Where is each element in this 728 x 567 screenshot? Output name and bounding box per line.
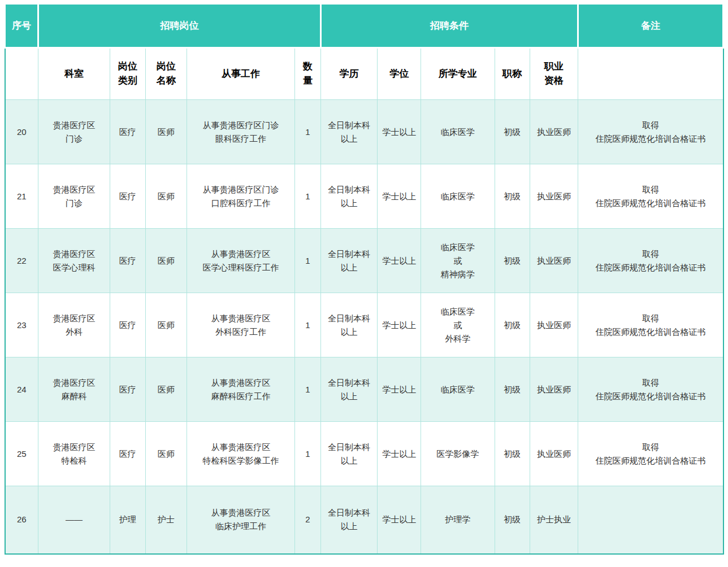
cell-education: 全日制本科 以上: [320, 293, 378, 357]
cell-quantity: 2: [295, 486, 320, 554]
cell-post-category: 医疗: [110, 164, 145, 229]
cell-post-category: 医疗: [110, 422, 145, 486]
header-recruit-condition: 招聘条件: [320, 4, 578, 48]
subheader-job-duty: 从事工作: [187, 48, 294, 100]
subheader-post-name: 岗位 名称: [145, 48, 187, 100]
cell-department: 贵港医疗区 特检科: [38, 422, 110, 486]
cell-seq: 24: [5, 357, 38, 422]
cell-education: 全日制本科 以上: [320, 486, 378, 554]
cell-department: 贵港医疗区 门诊: [38, 100, 110, 164]
cell-major: 临床医学 或 外科学: [421, 293, 495, 357]
cell-department: 贵港医疗区 外科: [38, 293, 110, 357]
cell-quantity: 1: [295, 357, 320, 422]
cell-qualification: 护士执业: [530, 486, 578, 554]
cell-quantity: 1: [295, 164, 320, 229]
subheader-title: 职称: [495, 48, 530, 100]
subheader-quantity: 数量: [295, 48, 320, 100]
cell-remark: [578, 486, 723, 554]
recruitment-table: 序号 招聘岗位 招聘条件 备注 科室 岗位 类别 岗位 名称 从事工作 数量 学…: [4, 3, 724, 555]
cell-job-duty: 从事贵港医疗区 医学心理科医疗工作: [187, 229, 294, 293]
cell-remark: 取得 住院医师规范化培训合格证书: [578, 293, 723, 357]
cell-job-duty: 从事贵港医疗区 外科医疗工作: [187, 293, 294, 357]
cell-remark: 取得 住院医师规范化培训合格证书: [578, 100, 723, 164]
cell-qualification: 执业医师: [530, 100, 578, 164]
cell-job-duty: 从事贵港医疗区 特检科医学影像工作: [187, 422, 294, 486]
cell-job-duty: 从事贵港医疗区 临床护理工作: [187, 486, 294, 554]
cell-degree: 学士以上: [378, 229, 421, 293]
cell-job-duty: 从事贵港医疗区门诊 口腔科医疗工作: [187, 164, 294, 229]
table-row: 20贵港医疗区 门诊医疗医师从事贵港医疗区门诊 眼科医疗工作1全日制本科 以上学…: [5, 100, 723, 164]
cell-title: 初级: [495, 293, 530, 357]
cell-remark: 取得 住院医师规范化培训合格证书: [578, 229, 723, 293]
cell-degree: 学士以上: [378, 293, 421, 357]
cell-qualification: 执业医师: [530, 293, 578, 357]
cell-post-category: 医疗: [110, 357, 145, 422]
cell-title: 初级: [495, 100, 530, 164]
subheader-degree: 学位: [378, 48, 421, 100]
cell-title: 初级: [495, 486, 530, 554]
recruitment-table-container: 序号 招聘岗位 招聘条件 备注 科室 岗位 类别 岗位 名称 从事工作 数量 学…: [0, 0, 728, 556]
cell-post-category: 医疗: [110, 100, 145, 164]
cell-department: ——: [38, 486, 110, 554]
empty-subheader-cell: [5, 48, 38, 100]
cell-post-name: 医师: [145, 164, 187, 229]
subheader-department: 科室: [38, 48, 110, 100]
cell-seq: 22: [5, 229, 38, 293]
cell-post-name: 医师: [145, 293, 187, 357]
table-row: 24贵港医疗区 麻醉科医疗医师从事贵港医疗区 麻醉科医疗工作1全日制本科 以上学…: [5, 357, 723, 422]
header-seq: 序号: [5, 4, 38, 48]
cell-seq: 21: [5, 164, 38, 229]
cell-major: 临床医学: [421, 357, 495, 422]
cell-qualification: 执业医师: [530, 229, 578, 293]
table-body: 20贵港医疗区 门诊医疗医师从事贵港医疗区门诊 眼科医疗工作1全日制本科 以上学…: [5, 100, 723, 554]
cell-post-name: 医师: [145, 422, 187, 486]
cell-quantity: 1: [295, 293, 320, 357]
cell-qualification: 执业医师: [530, 357, 578, 422]
cell-seq: 25: [5, 422, 38, 486]
cell-quantity: 1: [295, 100, 320, 164]
cell-education: 全日制本科 以上: [320, 357, 378, 422]
cell-title: 初级: [495, 229, 530, 293]
cell-degree: 学士以上: [378, 422, 421, 486]
table-row: 23贵港医疗区 外科医疗医师从事贵港医疗区 外科医疗工作1全日制本科 以上学士以…: [5, 293, 723, 357]
header-recruit-position: 招聘岗位: [38, 4, 320, 48]
table-row: 26——护理护士从事贵港医疗区 临床护理工作2全日制本科 以上学士以上护理学初级…: [5, 486, 723, 554]
cell-major: 临床医学: [421, 100, 495, 164]
cell-post-name: 医师: [145, 229, 187, 293]
table-row: 21贵港医疗区 门诊医疗医师从事贵港医疗区门诊 口腔科医疗工作1全日制本科 以上…: [5, 164, 723, 229]
cell-degree: 学士以上: [378, 164, 421, 229]
cell-seq: 26: [5, 486, 38, 554]
sub-header-row: 科室 岗位 类别 岗位 名称 从事工作 数量 学历 学位 所学专业 职称 职业 …: [5, 48, 723, 100]
cell-post-category: 医疗: [110, 293, 145, 357]
table-row: 22贵港医疗区 医学心理科医疗医师从事贵港医疗区 医学心理科医疗工作1全日制本科…: [5, 229, 723, 293]
cell-post-name: 医师: [145, 357, 187, 422]
cell-education: 全日制本科 以上: [320, 100, 378, 164]
cell-degree: 学士以上: [378, 100, 421, 164]
cell-post-category: 医疗: [110, 229, 145, 293]
cell-job-duty: 从事贵港医疗区门诊 眼科医疗工作: [187, 100, 294, 164]
subheader-education: 学历: [320, 48, 378, 100]
cell-job-duty: 从事贵港医疗区 麻醉科医疗工作: [187, 357, 294, 422]
cell-education: 全日制本科 以上: [320, 422, 378, 486]
subheader-post-category: 岗位 类别: [110, 48, 145, 100]
group-header-row: 序号 招聘岗位 招聘条件 备注: [5, 4, 723, 48]
cell-qualification: 执业医师: [530, 422, 578, 486]
cell-degree: 学士以上: [378, 357, 421, 422]
cell-post-name: 护士: [145, 486, 187, 554]
cell-qualification: 执业医师: [530, 164, 578, 229]
cell-education: 全日制本科 以上: [320, 229, 378, 293]
cell-remark: 取得 住院医师规范化培训合格证书: [578, 422, 723, 486]
cell-department: 贵港医疗区 门诊: [38, 164, 110, 229]
cell-major: 医学影像学: [421, 422, 495, 486]
cell-major: 护理学: [421, 486, 495, 554]
subheader-qualification: 职业 资格: [530, 48, 578, 100]
cell-title: 初级: [495, 422, 530, 486]
cell-quantity: 1: [295, 422, 320, 486]
cell-department: 贵港医疗区 医学心理科: [38, 229, 110, 293]
cell-major: 临床医学 或 精神病学: [421, 229, 495, 293]
cell-degree: 学士以上: [378, 486, 421, 554]
header-remark: 备注: [578, 4, 723, 48]
cell-seq: 23: [5, 293, 38, 357]
cell-seq: 20: [5, 100, 38, 164]
table-row: 25贵港医疗区 特检科医疗医师从事贵港医疗区 特检科医学影像工作1全日制本科 以…: [5, 422, 723, 486]
